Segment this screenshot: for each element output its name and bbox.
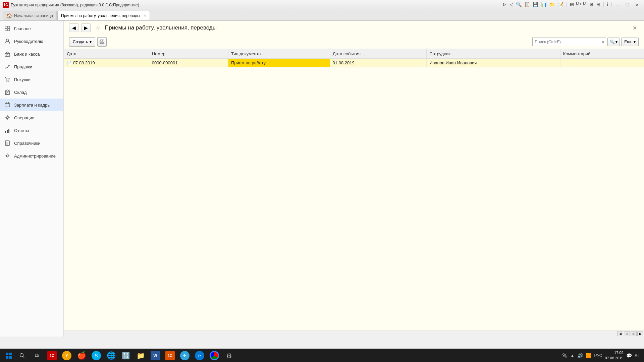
taskbar-search-button[interactable] — [16, 350, 28, 362]
taskbar-app-chrome[interactable] — [207, 349, 221, 362]
toolbar-icon-plus[interactable]: ⊕ — [590, 2, 594, 8]
tab-close-icon[interactable]: ✕ — [144, 14, 146, 17]
sidebar-label-sales: Продажи — [14, 64, 32, 69]
taskbar-app-telegram[interactable]: ✈ — [178, 349, 192, 362]
taskbar-app-edge[interactable]: e — [193, 349, 207, 362]
svg-point-13 — [6, 117, 8, 119]
minimize-button[interactable]: ─ — [614, 2, 623, 8]
tray-network2-icon[interactable]: 📶 — [586, 353, 591, 358]
sidebar-item-operations[interactable]: Операции — [0, 111, 63, 124]
scroll-right2-button[interactable]: ▷ — [631, 331, 637, 336]
more-button[interactable]: Еще ▾ — [621, 38, 639, 46]
tab-docs[interactable]: Приемы на работу, увольнения, переводы ✕ — [57, 11, 150, 20]
search-clear-button[interactable]: ✕ — [601, 40, 605, 45]
references-icon — [4, 140, 11, 146]
col-eventdate[interactable]: Дата события ↓ — [330, 49, 427, 59]
col-employee[interactable]: Сотрудник — [427, 49, 560, 59]
tray-volume-icon[interactable]: 🔊 — [577, 353, 583, 358]
sidebar-item-main[interactable]: Главное — [0, 22, 63, 35]
taskbar-app-fruit[interactable]: 🍎 — [74, 349, 89, 362]
svg-rect-23 — [9, 353, 12, 355]
taskbar-taskview[interactable]: ⧉ — [30, 349, 44, 362]
toolbar-icon-3[interactable]: 🔍 — [516, 2, 522, 8]
search-icon: 🔍 — [610, 40, 615, 44]
cell-number: 0000-000001 — [149, 59, 228, 67]
taskbar-app-browser[interactable]: 🌐 — [104, 349, 118, 362]
toolbar-icon-2[interactable]: ◁ — [509, 2, 513, 8]
col-date[interactable]: Дата — [64, 49, 149, 59]
toolbar-icon-m[interactable]: M — [570, 2, 574, 8]
sidebar-item-bank[interactable]: Банк и касса — [0, 48, 63, 60]
col-doctype[interactable]: Тип документа — [228, 49, 330, 59]
sidebar-item-manager[interactable]: Руководителю — [0, 35, 63, 48]
sidebar-item-salary[interactable]: Зарплата и кадры — [0, 99, 63, 111]
toolbar-icon-6[interactable]: 📊 — [541, 2, 547, 8]
tray-network-icon[interactable]: 🔌 — [562, 353, 568, 358]
tray-ai-text[interactable]: Ai — [635, 353, 639, 358]
scroll-right-button[interactable]: ▶ — [637, 331, 643, 336]
scroll-left-button[interactable]: ◀ — [617, 331, 623, 336]
svg-rect-2 — [5, 29, 7, 31]
close-button[interactable]: ✕ — [633, 2, 641, 8]
sidebar-item-references[interactable]: Справочники — [0, 137, 63, 149]
separator — [567, 2, 567, 7]
cell-employee: Иванов Иван Иванович — [427, 59, 560, 67]
forward-button[interactable]: ▶ — [81, 23, 91, 32]
windows-icon — [5, 352, 12, 359]
taskbar-apps: 1C Y 🍎 S 🌐 🔢 📁 W 1C ✈ e — [45, 349, 558, 362]
tray-language[interactable]: РУС — [594, 353, 602, 358]
close-content-button[interactable]: ✕ — [631, 24, 639, 32]
toolbar-icon-mplus[interactable]: M+ — [576, 2, 582, 8]
taskbar-app-1c-active[interactable]: 1C — [163, 349, 177, 362]
scroll-left2-button[interactable]: ◁ — [624, 331, 630, 336]
start-button[interactable] — [3, 350, 15, 362]
favorite-button[interactable]: ☆ — [93, 23, 102, 32]
toolbar-icon-5[interactable]: 💾 — [533, 2, 538, 8]
toolbar-icon-4[interactable]: 📋 — [524, 2, 530, 8]
taskbar-app-files[interactable]: 📁 — [133, 349, 148, 362]
search-input[interactable] — [532, 38, 606, 46]
toolbar-icon-split[interactable]: ⊞ — [596, 2, 600, 8]
taskbar-app-settings[interactable]: ⚙ — [222, 349, 236, 362]
more-dropdown-icon: ▾ — [634, 40, 636, 44]
tab-home[interactable]: 🏠 Начальная страница — [3, 11, 57, 20]
svg-rect-10 — [5, 91, 9, 95]
toolbar-icon-mminus[interactable]: M- — [583, 2, 588, 8]
sidebar-item-admin[interactable]: Администрирование — [0, 149, 63, 162]
sidebar-item-warehouse[interactable]: Склад — [0, 86, 63, 99]
taskbar-app-1c-red[interactable]: 1C — [45, 349, 59, 362]
sales-icon — [4, 63, 11, 70]
toolbar-icon-1[interactable]: ⊳ — [503, 2, 507, 8]
tray-notification-icon[interactable]: 💬 — [626, 353, 632, 358]
taskbar-app-calc[interactable]: 🔢 — [119, 349, 133, 362]
create-button[interactable]: Создать ▾ — [69, 37, 95, 47]
taskbar-app-yandex[interactable]: Y — [60, 349, 74, 362]
col-number[interactable]: Номер — [149, 49, 228, 59]
sidebar-item-reports[interactable]: Отчеты — [0, 124, 63, 137]
tray-arrow-icon[interactable]: ▲ — [570, 353, 575, 358]
table-row[interactable]: 📄 07.08.2019 0000-000001 Прием на работу… — [64, 59, 644, 67]
search-go-button[interactable]: 🔍 ▾ — [607, 38, 620, 46]
create-label: Создать — [73, 40, 88, 44]
tray-date-text: 07.08.2019 — [605, 356, 623, 361]
col-comment[interactable]: Комментарий — [560, 49, 644, 59]
sidebar-item-purchases[interactable]: Покупки — [0, 73, 63, 86]
sidebar-item-sales[interactable]: Продажи — [0, 60, 63, 73]
table-body: 📄 07.08.2019 0000-000001 Прием на работу… — [64, 59, 644, 67]
main-layout: Главное Руководителю Банк и касса Продаж… — [0, 21, 644, 337]
telegram-icon: ✈ — [180, 351, 190, 360]
sidebar-label-reports: Отчеты — [14, 128, 29, 133]
taskbar-app-word[interactable]: W — [148, 349, 162, 362]
admin-icon — [4, 153, 11, 159]
back-button[interactable]: ◀ — [69, 23, 78, 32]
toolbar-icon-7[interactable]: 📁 — [549, 2, 555, 8]
toolbar-icon-info[interactable]: ℹ — [607, 2, 608, 8]
restore-button[interactable]: ❐ — [623, 2, 632, 8]
svg-point-8 — [6, 81, 7, 82]
cell-comment — [560, 59, 644, 67]
toolbar-icon-8[interactable]: 📝 — [558, 2, 564, 8]
word-icon: W — [151, 351, 160, 360]
taskbar-app-skype[interactable]: S — [89, 349, 103, 362]
action-bar: Создать ▾ ✕ 🔍 ▾ Еще ▾ — [64, 35, 644, 49]
save-icon-button[interactable] — [97, 37, 107, 47]
